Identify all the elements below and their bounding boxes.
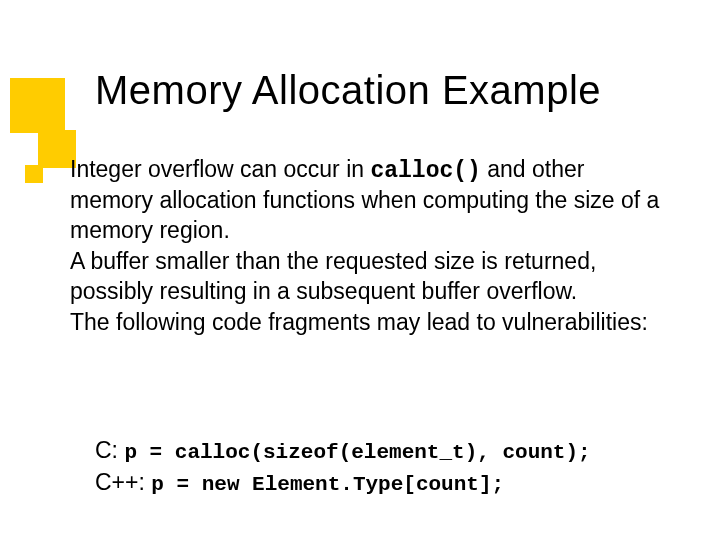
code-cpp: p = new Element.Type[count]; (151, 473, 504, 496)
code-c: p = calloc(sizeof(element_t), count); (124, 441, 590, 464)
paragraph-1: Integer overflow can occur in calloc() a… (70, 155, 670, 245)
code-line-c: C: p = calloc(sizeof(element_t), count); (95, 435, 695, 467)
code-examples: C: p = calloc(sizeof(element_t), count);… (95, 435, 695, 500)
accent-square-small (25, 165, 43, 183)
slide-body: Integer overflow can occur in calloc() a… (70, 155, 670, 340)
paragraph-3: The following code fragments may lead to… (70, 308, 670, 337)
p1-lead: Integer overflow can occur in (70, 156, 370, 182)
code-label-c: C: (95, 437, 124, 463)
inline-code-calloc: calloc() (370, 158, 480, 184)
code-label-cpp: C++: (95, 469, 151, 495)
slide-title: Memory Allocation Example (95, 68, 601, 113)
paragraph-2: A buffer smaller than the requested size… (70, 247, 670, 306)
slide: Memory Allocation Example Integer overfl… (0, 0, 720, 540)
code-line-cpp: C++: p = new Element.Type[count]; (95, 467, 695, 499)
accent-square-large (10, 78, 65, 133)
